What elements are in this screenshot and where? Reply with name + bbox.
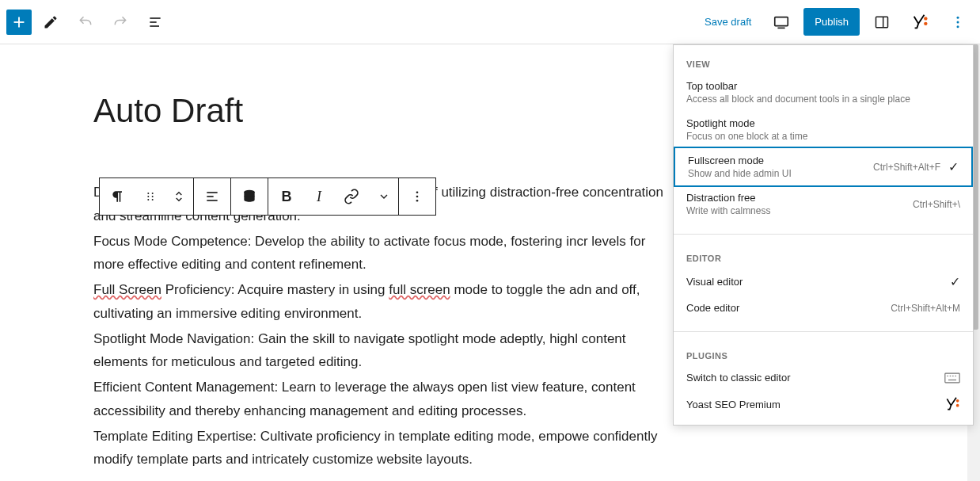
menu-item-label: Code editor: [686, 302, 739, 314]
menu-classic-editor[interactable]: Switch to classic editor: [674, 365, 973, 390]
shortcut: Ctrl+Shift+Alt+M: [891, 303, 960, 314]
svg-rect-5: [775, 17, 788, 25]
drag-handle-icon[interactable]: [136, 178, 165, 215]
toolbar-left: [6, 6, 171, 38]
move-icon[interactable]: [165, 178, 193, 215]
menu-item-desc: Focus on one block at a time: [686, 131, 807, 142]
add-block-button[interactable]: [6, 10, 32, 35]
svg-point-12: [957, 21, 959, 23]
shortcut: Ctrl+Shift+Alt+F: [873, 162, 940, 173]
svg-point-11: [957, 16, 959, 18]
svg-point-24: [416, 191, 419, 193]
menu-yoast[interactable]: Yoast SEO Premium: [674, 390, 973, 418]
svg-point-26: [416, 200, 419, 202]
check-icon: ✓: [950, 274, 960, 289]
check-icon: ✓: [948, 159, 959, 174]
svg-point-19: [152, 199, 154, 200]
menu-distraction-free[interactable]: Distraction freeWrite with calmness Ctrl…: [674, 185, 973, 223]
menu-item-desc: Write with calmness: [686, 205, 770, 216]
menu-item-label: Fullscreen mode: [688, 155, 792, 166]
menu-item-label: Spotlight mode: [686, 117, 807, 129]
divider: [674, 331, 973, 332]
misspell: full screen: [389, 282, 450, 297]
document-overview-button[interactable]: [139, 6, 171, 38]
svg-point-17: [152, 193, 154, 194]
svg-point-9: [924, 17, 927, 20]
menu-item-label: Switch to classic editor: [686, 372, 791, 384]
settings-sidebar-button[interactable]: [866, 6, 898, 38]
menu-item-label: Yoast SEO Premium: [686, 399, 781, 410]
options-dropdown: View Top toolbarAccess all block and doc…: [673, 44, 974, 426]
link-button[interactable]: [333, 178, 370, 215]
menu-visual-editor[interactable]: Visual editor ✓: [674, 268, 973, 296]
divider: [674, 234, 973, 235]
paragraph[interactable]: Template Editing Expertise: Cultivate pr…: [93, 425, 679, 472]
section-heading-view: View: [674, 52, 973, 74]
shortcut: Ctrl+Shift+\: [913, 199, 960, 210]
svg-point-33: [956, 399, 959, 403]
database-icon[interactable]: [231, 178, 268, 215]
paragraph[interactable]: Spotlight Mode Navigation: Gain the skil…: [93, 327, 679, 375]
menu-top-toolbar[interactable]: Top toolbarAccess all block and document…: [674, 74, 973, 111]
svg-rect-27: [945, 373, 959, 383]
paragraph[interactable]: Full Screen Proficiency: Acquire mastery…: [93, 278, 679, 326]
menu-item-label: Visual editor: [686, 276, 743, 288]
svg-point-15: [147, 196, 149, 197]
svg-rect-7: [876, 17, 888, 27]
section-heading-editor: Editor: [674, 246, 973, 268]
italic-button[interactable]: I: [305, 178, 333, 215]
section-heading-plugins: Plugins: [674, 343, 973, 365]
paragraph[interactable]: Efficient Content Management: Learn to l…: [93, 376, 679, 423]
menu-fullscreen[interactable]: Fullscreen modeShow and hide admin UI Ct…: [674, 147, 973, 187]
more-options-icon[interactable]: [399, 178, 435, 215]
menu-item-desc: Show and hide admin UI: [688, 168, 792, 179]
publish-button[interactable]: Publish: [803, 8, 860, 36]
misspell: Full Screen: [93, 282, 161, 297]
block-toolbar: B I: [99, 178, 436, 216]
menu-item-label: Top toolbar: [686, 80, 910, 92]
svg-point-16: [147, 199, 149, 200]
yoast-icon[interactable]: [904, 6, 936, 38]
menu-spotlight[interactable]: Spotlight modeFocus on one block at a ti…: [674, 111, 973, 148]
svg-point-25: [416, 196, 419, 198]
menu-item-desc: Access all block and document tools in a…: [686, 94, 910, 105]
post-content[interactable]: Distraction-Free Mastery: Attain a deep …: [93, 181, 679, 471]
align-icon[interactable]: [194, 178, 230, 215]
menu-item-label: Distraction free: [686, 192, 770, 204]
yoast-icon: [944, 396, 960, 412]
paragraph[interactable]: Focus Mode Competence: Develop the abili…: [93, 230, 679, 277]
undo-button[interactable]: [70, 6, 101, 38]
keyboard-icon: [944, 372, 960, 384]
edit-icon[interactable]: [35, 6, 66, 38]
preview-button[interactable]: [765, 6, 797, 38]
bold-button[interactable]: B: [268, 178, 305, 215]
svg-point-10: [924, 21, 927, 25]
top-toolbar: Save draft Publish: [0, 0, 980, 44]
save-draft-button[interactable]: Save draft: [697, 16, 759, 28]
svg-point-34: [956, 404, 959, 407]
svg-point-18: [152, 196, 154, 197]
paragraph-icon[interactable]: [100, 178, 136, 215]
options-menu-button[interactable]: [942, 6, 974, 38]
chevron-down-icon[interactable]: [370, 178, 398, 215]
redo-button[interactable]: [104, 6, 136, 38]
svg-point-14: [147, 193, 149, 194]
menu-code-editor[interactable]: Code editor Ctrl+Shift+Alt+M: [674, 296, 973, 320]
toolbar-right: Save draft Publish: [697, 6, 974, 38]
svg-point-13: [957, 25, 959, 28]
